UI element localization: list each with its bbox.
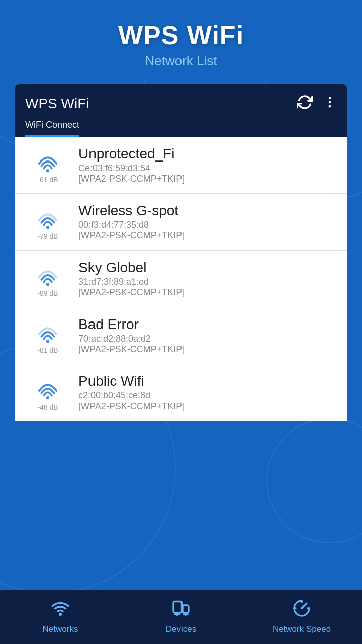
card-title: WPS WiFi [25, 96, 89, 112]
signal-strength: -48 dB [37, 403, 58, 411]
svg-point-1 [329, 101, 331, 104]
nav-item-network-speed[interactable]: Network Speed [241, 599, 362, 634]
network-mac: c2:00:b0:45:ce:8d [78, 390, 185, 401]
network-security: [WPA2-PSK-CCMP+TKIP] [78, 230, 185, 241]
signal-strength: -89 dB [37, 289, 58, 297]
network-mac: 00:f3:d4:77:35:d8 [78, 220, 185, 230]
network-item[interactable]: -79 dB Wireless G-spot 00:f3:d4:77:35:d8… [15, 194, 347, 251]
bottom-nav: Networks Devices Network Speed [0, 590, 362, 644]
svg-rect-10 [183, 605, 189, 613]
network-mac: Ce:03:f6:59:d3:54 [78, 163, 185, 174]
speedometer-nav-icon [293, 599, 311, 621]
nav-item-networks[interactable]: Networks [0, 599, 121, 634]
svg-point-15 [301, 607, 303, 610]
network-security: [WPA2-PSK-CCMP+TKIP] [78, 401, 185, 412]
app-title: WPS WiFi [10, 20, 352, 50]
card-header: WPS WiFi [15, 84, 347, 113]
svg-point-4 [46, 226, 49, 229]
svg-point-0 [329, 97, 331, 100]
network-info: Sky Globel 31:d7:3f:89:a1:ed [WPA2-PSK-C… [78, 260, 185, 298]
network-info: Public Wifi c2:00:b0:45:ce:8d [WPA2-PSK-… [78, 373, 185, 412]
wifi-nav-icon [51, 599, 69, 621]
network-name: Sky Globel [78, 260, 185, 276]
svg-point-7 [46, 396, 49, 399]
network-mac: 70:ac:d2:88:0a:d2 [78, 334, 185, 344]
card-actions [297, 94, 337, 113]
svg-point-5 [46, 283, 49, 286]
nav-item-devices[interactable]: Devices [121, 599, 241, 634]
network-info: Wireless G-spot 00:f3:d4:77:35:d8 [WPA2-… [78, 203, 185, 241]
app-subtitle: Network List [10, 53, 352, 69]
network-list: -61 dB Unprotected_Fi Ce:03:f6:59:d3:54 … [15, 137, 347, 421]
wifi-icon-wrap: -79 dB [25, 204, 70, 240]
network-security: [WPA2-PSK-CCMP+TKIP] [78, 344, 185, 355]
refresh-button[interactable] [297, 94, 313, 113]
network-item[interactable]: -89 dB Sky Globel 31:d7:3f:89:a1:ed [WPA… [15, 251, 347, 307]
svg-point-8 [60, 614, 61, 615]
nav-label-networks: Networks [43, 624, 78, 634]
signal-strength: -81 dB [37, 346, 58, 354]
nav-label-devices: Devices [166, 624, 196, 634]
devices-nav-icon [172, 599, 190, 621]
network-info: Unprotected_Fi Ce:03:f6:59:d3:54 [WPA2-P… [78, 146, 185, 184]
network-name: Bad Error [78, 316, 185, 333]
wifi-icon-wrap: -48 dB [25, 374, 70, 411]
network-name: Wireless G-spot [78, 203, 185, 219]
tab-wifi-connect[interactable]: WiFi Connect [25, 120, 79, 137]
network-name: Public Wifi [78, 373, 185, 389]
tab-bar: WiFi Connect [15, 113, 347, 137]
network-name: Unprotected_Fi [78, 146, 185, 162]
nav-label-network-speed: Network Speed [273, 624, 331, 634]
app-header: WPS WiFi Network List [0, 0, 362, 79]
wifi-icon-wrap: -61 dB [25, 147, 70, 184]
main-card: WPS WiFi WiFi Connect [15, 84, 347, 421]
more-options-button[interactable] [323, 95, 337, 112]
network-info: Bad Error 70:ac:d2:88:0a:d2 [WPA2-PSK-CC… [78, 316, 185, 355]
network-item[interactable]: -61 dB Unprotected_Fi Ce:03:f6:59:d3:54 … [15, 137, 347, 194]
wifi-icon-wrap: -89 dB [25, 261, 70, 297]
svg-point-6 [46, 340, 49, 343]
network-security: [WPA2-PSK-CCMP+TKIP] [78, 287, 185, 298]
svg-point-2 [329, 105, 331, 108]
wifi-icon-wrap: -81 dB [25, 317, 70, 354]
network-mac: 31:d7:3f:89:a1:ed [78, 277, 185, 287]
network-security: [WPA2-PSK-CCMP+TKIP] [78, 174, 185, 184]
signal-strength: -79 dB [37, 232, 58, 240]
network-item[interactable]: -48 dB Public Wifi c2:00:b0:45:ce:8d [WP… [15, 364, 347, 421]
svg-point-3 [46, 169, 49, 172]
signal-strength: -61 dB [37, 176, 58, 184]
svg-rect-9 [173, 602, 182, 613]
network-item[interactable]: -81 dB Bad Error 70:ac:d2:88:0a:d2 [WPA2… [15, 307, 347, 364]
